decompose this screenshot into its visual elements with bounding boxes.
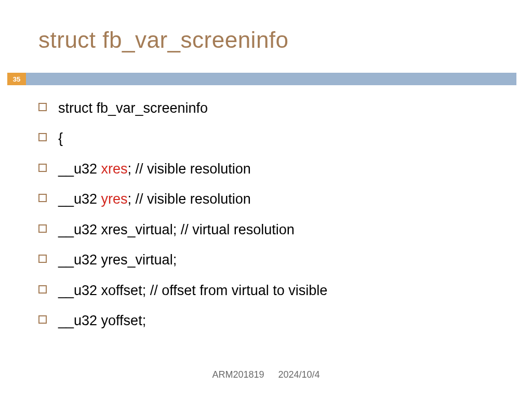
list-item: { [38,129,511,148]
list-item-text: __u32 xres_virtual; // virtual resolutio… [58,220,295,239]
square-bullet-icon [38,164,47,172]
list-item-text: __u32 xres; // visible resolution [58,159,251,178]
square-bullet-icon [38,285,47,294]
square-bullet-icon [38,194,47,202]
footer-date: 2024/10/4 [278,369,320,380]
slide-title: struct fb_var_screeninfo [38,27,289,53]
page-number-badge: 35 [7,73,26,85]
title-divider-bar [26,73,516,85]
square-bullet-icon [38,255,47,263]
square-bullet-icon [38,133,47,141]
square-bullet-icon [38,224,47,233]
list-item-text: struct fb_var_screeninfo [58,99,208,117]
list-item-text: __u32 xoffset; // offset from virtual to… [58,281,327,300]
list-item: __u32 yoffset; [38,311,511,330]
list-item: __u32 xoffset; // offset from virtual to… [38,281,511,300]
square-bullet-icon [38,103,47,111]
slide-body: struct fb_var_screeninfo { __u32 xres; /… [38,99,511,342]
list-item: __u32 yres_virtual; [38,250,511,269]
list-item: __u32 yres; // visible resolution [38,190,511,208]
list-item: __u32 xres; // visible resolution [38,159,511,178]
square-bullet-icon [38,315,47,324]
slide-footer: ARM201819 2024/10/4 [0,369,532,380]
list-item: __u32 xres_virtual; // virtual resolutio… [38,220,511,239]
list-item: struct fb_var_screeninfo [38,99,511,117]
footer-course: ARM201819 [212,369,264,380]
list-item-text: __u32 yres; // visible resolution [58,190,251,208]
list-item-text: { [58,129,63,148]
list-item-text: __u32 yoffset; [58,311,146,330]
list-item-text: __u32 yres_virtual; [58,250,177,269]
